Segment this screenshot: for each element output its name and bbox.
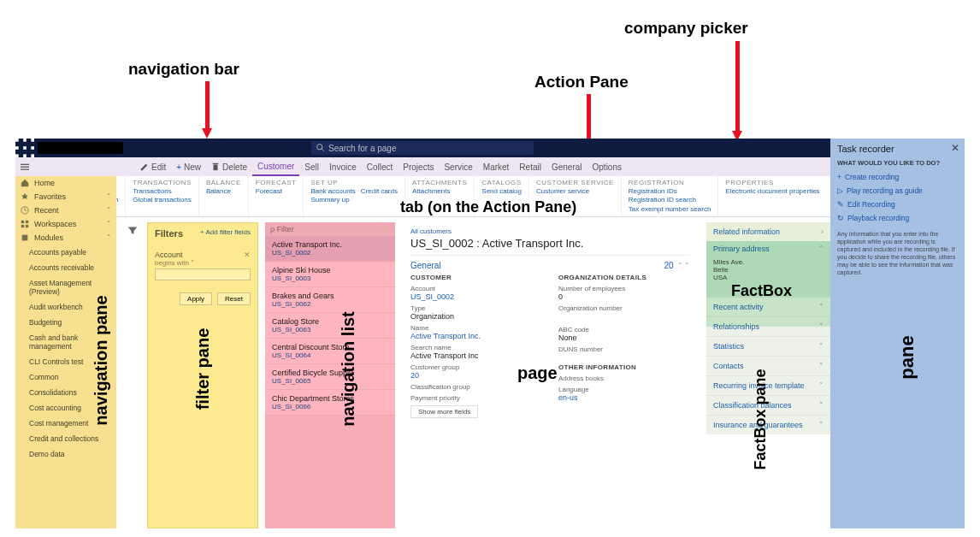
list-item[interactable]: Central Discount StoreUS_SI_0064 xyxy=(265,339,395,364)
tab-service[interactable]: Service xyxy=(439,162,477,172)
annotation-nav-bar: navigation bar xyxy=(128,60,239,79)
tab-collect[interactable]: Collect xyxy=(362,162,398,172)
nav-recent[interactable]: Recent˅ xyxy=(15,204,116,217)
svg-line-10 xyxy=(322,149,324,151)
ap-group-forecast: FORECAST Forecast xyxy=(249,176,304,216)
filter-toggle[interactable] xyxy=(123,222,142,257)
module-item[interactable]: Accounts receivable xyxy=(27,260,116,275)
svg-rect-23 xyxy=(26,225,28,227)
apply-button[interactable]: Apply xyxy=(180,292,212,305)
svg-rect-3 xyxy=(15,146,19,150)
svg-rect-15 xyxy=(21,167,29,168)
filter-header: Filters xyxy=(155,228,183,239)
tab-customer[interactable]: Customer xyxy=(252,157,299,176)
svg-rect-24 xyxy=(22,235,28,241)
module-item[interactable]: Credit and collections xyxy=(27,431,116,446)
list-item[interactable]: Catalog StoreUS_SI_0063 xyxy=(265,313,395,339)
task-question: WHAT WOULD YOU LIKE TO DO? xyxy=(837,159,958,167)
svg-rect-16 xyxy=(21,169,29,170)
tab-market[interactable]: Market xyxy=(478,162,515,172)
svg-rect-18 xyxy=(213,163,219,164)
filter-field-label: Account xyxy=(155,251,183,259)
product-name-redacted xyxy=(38,142,123,154)
close-icon[interactable]: ✕ xyxy=(951,142,959,154)
tab-general[interactable]: General xyxy=(546,162,587,172)
filter-value-input[interactable] xyxy=(155,268,251,280)
col-org: ORGANIZATION DETAILS xyxy=(558,274,689,281)
edit-recording-link[interactable]: ✎Edit Recording xyxy=(837,198,958,211)
tab-projects[interactable]: Projects xyxy=(398,162,439,172)
annotation-company-picker: company picker xyxy=(624,19,748,38)
filter-operator[interactable]: begins with ˅ xyxy=(155,259,251,267)
action-bar: Edit +New Delete Customer Sell Invoice C… xyxy=(15,157,965,176)
new-button[interactable]: +New xyxy=(171,162,206,172)
navlist-filter[interactable]: ρ Filter xyxy=(265,222,395,236)
ap-group-registration: REGISTRATION Registration IDs Registrati… xyxy=(622,176,719,216)
ap-group-properties: PROPERTIES Electronic document propertie… xyxy=(718,176,826,216)
edit-button[interactable]: Edit xyxy=(135,162,171,172)
reset-button[interactable]: Reset xyxy=(217,292,251,305)
name-value[interactable]: Active Transport Inc. xyxy=(410,332,541,340)
label-tab-action-pane: tab (on the Action Pane) xyxy=(400,198,576,216)
task-recorder-pane: ✕ Task recorder WHAT WOULD YOU LIKE TO D… xyxy=(830,139,965,528)
navigation-list: ρ Filter Active Transport Inc.US_SI_0002… xyxy=(265,222,395,528)
list-item[interactable]: Certified Bicycle SupplyUS_SI_0065 xyxy=(265,364,395,390)
label-factbox: FactBox xyxy=(731,282,792,300)
ap-group-transactions: TRANSACTIONS Transactions Global transac… xyxy=(126,176,199,216)
task-description: Any information that you enter into the … xyxy=(837,230,958,277)
col-other: OTHER INFORMATION xyxy=(558,363,689,371)
nav-favorites[interactable]: Favorites˅ xyxy=(15,190,116,204)
svg-rect-1 xyxy=(23,139,27,142)
add-filter-link[interactable]: + Add filter fields xyxy=(200,228,251,236)
nav-home[interactable]: Home xyxy=(15,176,116,190)
factbox-header[interactable]: Related information› xyxy=(706,222,830,241)
create-recording-link[interactable]: +Create recording xyxy=(837,170,958,184)
tab-invoice[interactable]: Invoice xyxy=(324,162,362,172)
ap-group-balance: BALANCE Balance xyxy=(199,176,249,216)
col-customer: CUSTOMER xyxy=(410,274,541,281)
annotation-action-pane: Action Pane xyxy=(534,73,629,91)
list-item[interactable]: Active Transport Inc.US_SI_0002 xyxy=(265,236,395,262)
module-item[interactable]: Demo data xyxy=(27,446,116,462)
ap-group-setup: SET UP Bank accounts Summary up Credit c… xyxy=(304,176,405,216)
svg-rect-0 xyxy=(15,139,19,142)
show-more-button[interactable]: Show more fields xyxy=(410,405,478,418)
nav-workspaces[interactable]: Workspaces˅ xyxy=(15,217,116,231)
hamburger-icon[interactable] xyxy=(15,162,34,171)
svg-rect-17 xyxy=(214,165,218,171)
account-value[interactable]: US_SI_0002 xyxy=(410,292,541,301)
search-placeholder: Search for a page xyxy=(328,144,397,153)
svg-rect-4 xyxy=(23,146,27,150)
svg-rect-21 xyxy=(26,221,28,223)
list-item[interactable]: Brakes and GearsUS_SI_0062 xyxy=(265,287,395,313)
label-nav-list: navigation list xyxy=(339,311,358,426)
task-header: Task recorder xyxy=(837,144,958,154)
playback-recording-link[interactable]: ↻Playback recording xyxy=(837,211,958,225)
module-item[interactable]: Accounts payable xyxy=(27,245,116,260)
tab-sell[interactable]: Sell xyxy=(299,162,324,172)
list-item[interactable]: Alpine Ski HouseUS_SI_0003 xyxy=(265,262,395,287)
page-title: US_SI_0002 : Active Transport Inc. xyxy=(410,237,689,250)
svg-point-9 xyxy=(317,145,322,150)
nav-modules[interactable]: Modules˄ xyxy=(15,231,116,245)
svg-rect-14 xyxy=(21,164,29,165)
tab-retail[interactable]: Retail xyxy=(514,162,546,172)
tab-options[interactable]: Options xyxy=(587,162,627,172)
waffle-icon[interactable] xyxy=(15,139,34,157)
svg-rect-22 xyxy=(21,225,24,227)
svg-rect-2 xyxy=(31,139,34,142)
factbox-row[interactable]: Relationships˅ xyxy=(706,316,830,336)
search-box[interactable]: Search for a page xyxy=(311,141,534,155)
label-page: page xyxy=(517,363,558,383)
svg-rect-5 xyxy=(31,146,34,150)
delete-button[interactable]: Delete xyxy=(206,162,252,172)
list-item[interactable]: Chic Department StoresUS_SI_0066 xyxy=(265,390,395,416)
breadcrumb[interactable]: All customers xyxy=(410,227,689,235)
label-nav-pane: navigation pane xyxy=(92,295,111,425)
factbox-row[interactable]: Statistics˅ xyxy=(706,336,830,356)
label-filter-pane: filter pane xyxy=(193,328,213,410)
play-recording-link[interactable]: ▷Play recording as guide xyxy=(837,184,958,198)
label-factbox-pane: FactBox pane xyxy=(752,369,770,469)
section-general[interactable]: General 20 ˅ ˄ xyxy=(410,259,689,272)
filter-remove-icon[interactable]: ✕ xyxy=(244,251,251,259)
